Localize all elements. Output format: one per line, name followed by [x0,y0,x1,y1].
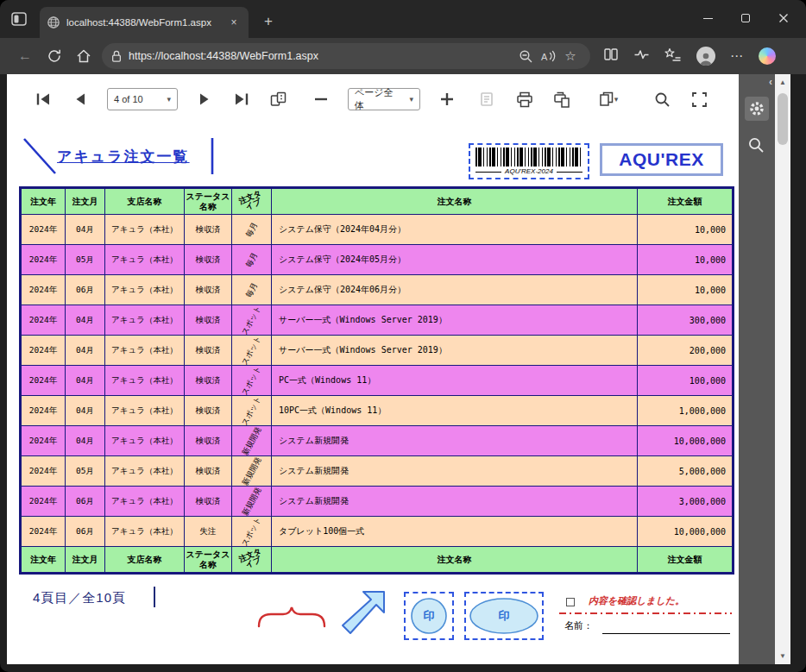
first-page-button[interactable] [33,89,54,110]
refresh-button[interactable] [40,43,69,69]
last-page-button[interactable] [231,89,252,110]
cell-amount: 5,000,000 [638,456,734,487]
cell-status: 検収済 [185,305,232,336]
next-page-button[interactable] [194,89,215,110]
table-header: 注文年 注文月 支店名称 ステータス名称 注文タイプ 注文名称 注文金額 [21,188,734,215]
vertical-scrollbar[interactable]: ▲ ▼ [775,74,790,664]
cell-branch: アキュラ（本社） [105,245,185,275]
plus-icon [440,92,454,106]
scrollbar-thumb[interactable] [778,93,788,145]
back-button[interactable]: ← [10,43,40,69]
cell-type: 新規開発 [232,487,272,517]
chevron-down-icon: ▾ [167,95,171,104]
confirm-checkbox[interactable] [566,598,575,606]
name-signature-line [602,633,730,634]
browser-action-icons: ⋯ [603,47,776,66]
zoom-out-button[interactable] [311,89,331,110]
url-text[interactable]: https://localhost:44388/WebForm1.aspx [129,50,514,62]
table-row: 2024年04月アキュラ（本社）検収済スポット10PC一式（Windows 11… [21,396,734,426]
export-menu-button[interactable]: ▾ [594,89,623,110]
cell-name: システム保守（2024年04月分） [272,215,638,245]
arrow-shape [339,590,387,638]
cell-year: 2024年 [21,517,66,547]
cell-name: 10PC一式（Windows 11） [272,396,638,426]
cell-status: 検収済 [185,215,232,245]
cell-amount: 10,000 [638,215,734,245]
cell-year: 2024年 [21,215,66,245]
minimize-button[interactable] [689,3,727,33]
cell-type: 毎月 [232,275,272,305]
name-label: 名前： [564,619,593,632]
cell-status: 検収済 [185,426,232,456]
cell-type: 毎月 [232,245,272,275]
cell-branch: アキュラ（本社） [105,215,185,245]
zoom-out-page-button[interactable] [514,47,537,66]
split-screen-button[interactable] [603,47,619,66]
copilot-icon[interactable] [759,47,776,65]
zoom-in-button[interactable] [437,89,457,110]
minus-icon [314,97,328,101]
header-order-name: 注文名称 [272,188,638,215]
cell-year: 2024年 [21,275,66,305]
favorite-star-button[interactable]: ☆ [559,47,582,66]
cell-type: スポット [232,336,272,366]
cell-amount: 10,000 [638,245,734,275]
cell-year: 2024年 [21,305,66,336]
search-panel-button[interactable] [747,136,765,157]
collapse-sidebar-icon[interactable]: ‹ [769,76,772,88]
cell-year: 2024年 [21,396,66,426]
home-button[interactable] [69,43,98,69]
settings-more-button[interactable]: ⋯ [730,48,744,64]
table-row: 2024年04月アキュラ（本社）検収済スポットサーバー一式（Windows Se… [21,305,734,336]
barcode: AQU'REX-2024 [469,143,589,179]
browser-tab[interactable]: localhost:44388/WebForm1.aspx × [40,7,249,38]
lock-icon [110,49,123,63]
page-selector[interactable]: 4 of 10 ▾ [107,88,178,110]
tab-close-icon[interactable]: × [226,15,242,30]
read-aloud-icon: A [539,49,557,63]
previous-page-button[interactable] [70,89,91,110]
table-row: 2024年05月アキュラ（本社）検収済毎月システム保守（2024年05月分）10… [21,245,734,275]
cell-type: 新規開発 [232,426,272,456]
galley-mode-icon [479,91,496,107]
printer-icon [516,91,533,108]
search-button[interactable] [652,89,672,110]
new-tab-button[interactable]: + [257,10,280,33]
zoom-selector[interactable]: ページ全体 ▾ [348,88,420,110]
maximize-button[interactable] [727,3,765,33]
table-row: 2024年04月アキュラ（本社）検収済毎月システム保守（2024年04月分）10… [21,215,734,245]
address-bar[interactable]: https://localhost:44388/WebForm1.aspx A … [102,43,590,69]
chevron-down-icon: ▾ [409,95,413,104]
scroll-up-icon[interactable]: ▲ [775,79,790,86]
brace-shape [257,604,326,630]
print-button[interactable] [514,89,535,110]
stamp-ellipse: 印 [464,592,544,640]
header-order-year: 注文年 [21,188,66,215]
close-button[interactable] [765,3,803,33]
cell-branch: アキュラ（本社） [105,456,185,487]
multipage-view-button[interactable] [268,89,289,110]
cell-type: スポット [232,305,272,336]
read-aloud-button[interactable]: A [537,47,559,66]
cell-type: 新規開発 [232,456,272,487]
scroll-down-icon[interactable]: ▼ [775,652,790,660]
table-row: 2024年04月アキュラ（本社）検収済スポットサーバー一式（Windows Se… [21,336,734,366]
browser-essentials-button[interactable] [633,47,650,65]
workspaces-icon[interactable] [11,12,27,26]
table-row: 2024年05月アキュラ（本社）検収済新規開発システム新規開発5,000,000 [21,456,734,487]
split-screen-icon [603,47,619,62]
more-icon: ⋯ [730,48,744,63]
table-row: 2024年04月アキュラ（本社）検収済新規開発システム新規開発10,000,00… [21,426,734,456]
cell-name: システム保守（2024年05月分） [272,245,638,275]
fullscreen-button[interactable] [689,89,709,110]
cell-status: 検収済 [185,336,232,366]
print-layout-button[interactable] [551,89,572,110]
window-controls [689,3,803,33]
settings-panel-button[interactable] [745,97,769,121]
cell-amount: 300,000 [638,305,734,336]
profile-avatar[interactable] [696,47,715,66]
stamp-label: 印 [499,608,510,624]
galley-mode-button-disabled [477,89,498,110]
favorites-button[interactable] [664,47,682,66]
minimize-icon [703,18,713,19]
